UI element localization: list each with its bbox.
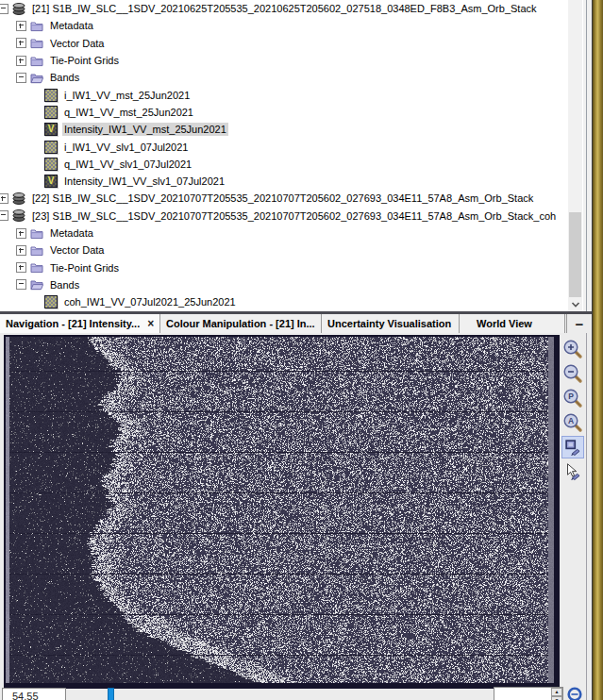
tree-node-label[interactable]: Intensity_IW1_VV_slv1_07Jul2021 — [62, 175, 226, 188]
tree-node-label[interactable]: Vector Data — [48, 37, 106, 50]
tab-colour-manipulation-label: Colour Manipulation - [21] In... — [166, 318, 315, 329]
tree-row[interactable]: VIntensity_IW1_VV_mst_25Jun2021 — [0, 121, 583, 138]
svg-text:A: A — [568, 416, 574, 425]
tree-node-label[interactable]: q_IW1_VV_slv1_07Jul2021 — [62, 158, 193, 171]
expand-toggle-icon[interactable] — [16, 262, 26, 273]
tree-row[interactable]: i_IW1_VV_mst_25Jun2021 — [0, 86, 583, 103]
tab-navigation[interactable]: Navigation - [21] Intensity... × — [0, 314, 160, 333]
tree-row[interactable]: [23] S1B_IW_SLC__1SDV_20210707T205535_20… — [0, 208, 583, 225]
tree-row[interactable]: Bands — [0, 276, 583, 293]
tree-node-label[interactable]: q_IW1_VV_mst_25Jun2021 — [62, 106, 195, 119]
expand-toggle-icon[interactable] — [16, 21, 26, 31]
folder-open-icon — [30, 72, 43, 84]
raster-band-icon — [44, 106, 58, 119]
minimize-panel-button[interactable]: − — [566, 314, 592, 333]
tab-navigation-label: Navigation - [21] Intensity... — [6, 318, 140, 329]
raster-band-icon — [44, 295, 58, 308]
folder-icon — [30, 55, 43, 67]
virtual-band-icon: V — [44, 175, 58, 188]
tree-scrollbar-thumb[interactable] — [569, 212, 581, 297]
tree-node-label[interactable]: i_IW1_VV_mst_25Jun2021 — [62, 89, 192, 102]
tree-node-label[interactable]: coh_IW1_VV_07Jul2021_25Jun2021 — [62, 295, 238, 308]
raster-band-icon — [44, 141, 58, 154]
tree-row[interactable]: Tie-Point Grids — [0, 258, 583, 275]
product-icon — [12, 209, 25, 222]
svg-text:P: P — [568, 392, 574, 401]
rotation-angle-spinner[interactable]: ▲ ▼ — [494, 687, 563, 700]
tree-row[interactable]: i_IW1_VV_slv1_07Jul2021 — [0, 138, 583, 155]
window-edge-strip — [592, 0, 603, 700]
spinner-down-icon[interactable]: ▼ — [551, 696, 562, 700]
tree-node-label[interactable]: Metadata — [48, 226, 95, 240]
folder-icon — [30, 261, 43, 274]
zoom-out-icon[interactable] — [561, 362, 584, 385]
tree-row[interactable]: coh_IW1_VV_07Jul2021_25Jun2021 — [0, 293, 583, 310]
tree-row[interactable]: Bands — [0, 69, 583, 86]
collapse-toggle-icon[interactable] — [0, 210, 8, 221]
tree-row[interactable]: q_IW1_VV_mst_25Jun2021 — [0, 104, 583, 121]
zoom-to-pixel-icon[interactable]: P — [561, 387, 584, 409]
tree-node-label[interactable]: i_IW1_VV_slv1_07Jul2021 — [62, 141, 190, 154]
tree-node-label[interactable]: Vector Data — [48, 243, 106, 257]
expand-toggle-icon[interactable] — [16, 38, 26, 48]
spinner-up-icon[interactable]: ▲ — [551, 688, 562, 696]
raster-band-icon — [44, 158, 58, 171]
tree-row[interactable]: Vector Data — [0, 242, 583, 258]
product-icon — [12, 3, 25, 15]
tree-row[interactable]: VIntensity_IW1_VV_slv1_07Jul2021 — [0, 173, 583, 190]
product-explorer-tree: [21] S1B_IW_SLC__1SDV_20210625T205535_20… — [0, 0, 583, 311]
tab-uncertainty-visualisation-label: Uncertainty Visualisation — [327, 318, 451, 329]
tab-world-view[interactable]: World View — [460, 314, 565, 333]
zoom-all-icon[interactable]: A — [561, 411, 584, 434]
tree-row[interactable]: Metadata — [0, 17, 583, 34]
viewer-tool-column: PA — [561, 338, 586, 485]
tree-node-label[interactable]: Bands — [48, 278, 81, 292]
tree-row[interactable]: [21] S1B_IW_SLC__1SDV_20210625T205535_20… — [0, 0, 583, 17]
tree-node-label[interactable]: [22] S1B_IW_SLC__1SDV_20210707T205535_20… — [30, 192, 535, 205]
dock-tab-bar: Navigation - [21] Intensity... × Colour … — [0, 314, 592, 333]
tree-panel-edge — [583, 0, 592, 314]
zoom-in-icon[interactable] — [561, 338, 584, 360]
zoom-slider-handle[interactable] — [108, 688, 114, 700]
virtual-band-icon: V — [44, 123, 58, 136]
tab-world-view-label: World View — [477, 318, 532, 329]
tab-colour-manipulation[interactable]: Colour Manipulation - [21] In... — [160, 314, 322, 333]
expand-toggle-icon[interactable] — [16, 228, 26, 239]
tab-uncertainty-visualisation[interactable]: Uncertainty Visualisation — [322, 314, 460, 333]
tree-row[interactable]: Vector Data — [0, 35, 583, 52]
pointer-drawing-tool-icon[interactable] — [561, 460, 584, 483]
tree-row[interactable]: Metadata — [0, 225, 583, 242]
tree-node-label[interactable]: Tie-Point Grids — [48, 54, 121, 67]
tree-node-label[interactable]: Intensity_IW1_VV_mst_25Jun2021 — [62, 123, 228, 136]
product-icon — [12, 192, 25, 205]
sar-image-frame — [4, 335, 560, 689]
expand-toggle-icon[interactable] — [0, 193, 8, 204]
folder-icon — [30, 20, 43, 32]
collapse-toggle-icon[interactable] — [16, 73, 26, 83]
tree-node-label[interactable]: Bands — [48, 71, 81, 84]
sar-image-canvas[interactable] — [6, 337, 554, 683]
collapse-toggle-icon[interactable] — [0, 4, 8, 14]
folder-open-icon — [30, 278, 43, 291]
sync-view-icon[interactable] — [566, 686, 583, 700]
collapse-toggle-icon[interactable] — [16, 279, 26, 290]
tree-node-label[interactable]: [23] S1B_IW_SLC__1SDV_20210707T205535_20… — [30, 209, 558, 223]
tree-row[interactable]: [22] S1B_IW_SLC__1SDV_20210707T205535_20… — [0, 190, 583, 207]
tree-scrollbar[interactable] — [568, 0, 582, 311]
folder-icon — [30, 37, 43, 49]
raster-band-icon — [44, 89, 58, 102]
expand-toggle-icon[interactable] — [16, 245, 26, 256]
rectangle-drawing-tool-icon[interactable] — [561, 436, 584, 458]
tree-node-label[interactable]: Metadata — [48, 19, 95, 32]
scroll-down-arrow-icon[interactable] — [568, 297, 582, 311]
expand-toggle-icon[interactable] — [16, 56, 26, 66]
tree-node-label[interactable]: Tie-Point Grids — [48, 261, 121, 275]
tree-row[interactable]: q_IW1_VV_slv1_07Jul2021 — [0, 156, 583, 173]
folder-icon — [30, 227, 43, 240]
zoom-factor-field[interactable]: 54.55 — [2, 688, 66, 700]
tree-node-label[interactable]: [21] S1B_IW_SLC__1SDV_20210625T205535_20… — [30, 2, 539, 15]
close-icon[interactable]: × — [147, 319, 154, 328]
tree-row[interactable]: Tie-Point Grids — [0, 52, 583, 69]
panel-edge-line — [586, 333, 587, 700]
navigation-view-panel: PA 54.55 ▲ ▼ — [0, 333, 592, 700]
